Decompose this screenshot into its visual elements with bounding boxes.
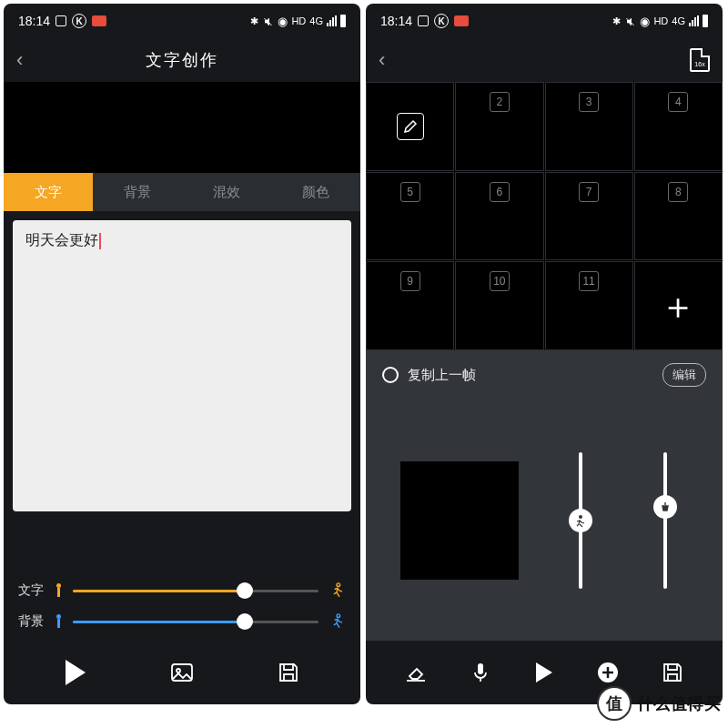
status-bar: 18:14 K ✱ 🔇︎ ◉ HD 4G (4, 4, 360, 38)
frame-cell-5[interactable]: 5 (366, 172, 454, 261)
text-speed-slider[interactable] (73, 590, 318, 592)
controls-area (366, 399, 723, 641)
tab-text[interactable]: 文字 (4, 173, 93, 211)
person-walk-icon (55, 583, 64, 598)
copy-toggle[interactable] (382, 367, 399, 383)
tab-bar: 文字 背景 混效 颜色 (4, 173, 360, 211)
left-screen: 18:14 K ✱ 🔇︎ ◉ HD 4G ‹ 文字创作 文字 背景 混效 (4, 4, 360, 704)
preview-area (4, 82, 360, 173)
back-button[interactable]: ‹ (379, 48, 385, 72)
app-indicator-icon (454, 15, 469, 26)
svg-point-1 (177, 669, 180, 672)
svg-rect-0 (172, 664, 192, 681)
tab-background[interactable]: 背景 (93, 173, 182, 211)
plus-icon: ＋ (660, 281, 696, 331)
image-indicator-icon (418, 15, 429, 26)
vertical-slider-1[interactable] (558, 452, 603, 589)
image-indicator-icon (56, 15, 66, 26)
app-indicator-icon (92, 15, 106, 26)
back-button[interactable]: ‹ (16, 48, 23, 72)
k-indicator-icon: K (434, 14, 449, 28)
signal-icon (327, 15, 337, 26)
battery-icon (703, 15, 708, 27)
wifi-icon: ◉ (278, 15, 288, 28)
add-frame-cell[interactable]: ＋ (634, 261, 723, 350)
frame-cell-6[interactable]: 6 (455, 172, 543, 261)
svg-rect-3 (478, 663, 483, 674)
frame-cell-10[interactable]: 10 (455, 261, 543, 350)
watermark: 值 什么值得买 (597, 686, 722, 721)
frame-cell-11[interactable]: 11 (545, 261, 633, 350)
tab-color[interactable]: 颜色 (271, 173, 360, 211)
frame-cell-3[interactable]: 3 (545, 82, 633, 171)
text-speed-slider-row: 文字 (18, 575, 346, 606)
person-run-icon (328, 613, 346, 630)
battery-icon (340, 15, 346, 27)
tab-effect[interactable]: 混效 (182, 173, 271, 211)
add-button[interactable] (592, 656, 624, 689)
edit-button[interactable]: 编辑 (662, 363, 706, 387)
bluetooth-icon: ✱ (612, 15, 621, 27)
frame-preview (400, 461, 519, 580)
erase-button[interactable] (399, 656, 432, 689)
header: ‹ 16x (366, 38, 723, 82)
network-indicator: 4G (672, 15, 685, 26)
bluetooth-icon: ✱ (250, 15, 258, 27)
frame-cell-9[interactable]: 9 (366, 261, 454, 350)
right-screen: 18:14 K ✱ 🔇︎ ◉ HD 4G ‹ 16x (366, 4, 723, 704)
save-button[interactable] (656, 656, 689, 689)
clock: 18:14 (380, 14, 412, 28)
wifi-icon: ◉ (640, 15, 650, 28)
text-editor[interactable]: 明天会更好 (13, 220, 351, 511)
slider-label: 文字 (18, 582, 46, 599)
mute-icon: 🔇︎ (624, 15, 636, 28)
hd-indicator: HD (291, 15, 306, 26)
file-config-button[interactable]: 16x (690, 48, 710, 72)
watermark-text: 什么值得买 (637, 693, 722, 714)
mute-icon: 🔇︎ (262, 15, 274, 28)
header: ‹ 文字创作 (4, 38, 360, 82)
image-button[interactable] (166, 656, 198, 689)
person-walk-icon (55, 614, 64, 629)
save-button[interactable] (272, 656, 305, 689)
text-cursor (99, 233, 101, 249)
clock: 18:14 (18, 14, 50, 28)
frame-cell-4[interactable]: 4 (634, 82, 723, 171)
frame-grid: 2 3 4 5 6 7 8 9 10 11 ＋ (366, 82, 723, 350)
copy-row: 复制上一帧 编辑 (366, 350, 723, 399)
watermark-badge: 值 (597, 686, 632, 721)
mic-button[interactable] (464, 656, 497, 689)
frame-cell-1[interactable] (366, 82, 454, 171)
frame-cell-2[interactable]: 2 (455, 82, 543, 171)
svg-point-2 (579, 515, 582, 519)
person-run-icon (328, 582, 346, 599)
signal-icon (689, 15, 699, 26)
k-indicator-icon: K (72, 14, 86, 28)
bg-speed-slider-row: 背景 (18, 606, 346, 637)
status-bar: 18:14 K ✱ 🔇︎ ◉ HD 4G (366, 4, 723, 38)
play-button[interactable] (59, 656, 92, 689)
frame-cell-8[interactable]: 8 (634, 172, 723, 261)
slider-label: 背景 (18, 613, 46, 630)
bg-speed-slider[interactable] (73, 621, 318, 623)
frame-cell-7[interactable]: 7 (545, 172, 633, 261)
hd-indicator: HD (653, 15, 668, 26)
sliders-panel: 文字 背景 (4, 568, 360, 641)
page-title: 文字创作 (146, 49, 218, 71)
vertical-slider-2[interactable] (642, 452, 688, 589)
copy-prev-frame-label: 复制上一帧 (408, 367, 476, 384)
bottom-bar (4, 641, 360, 704)
pencil-icon (397, 113, 424, 140)
network-indicator: 4G (309, 15, 323, 26)
play-button[interactable] (528, 656, 561, 689)
editor-content: 明天会更好 (25, 232, 98, 248)
